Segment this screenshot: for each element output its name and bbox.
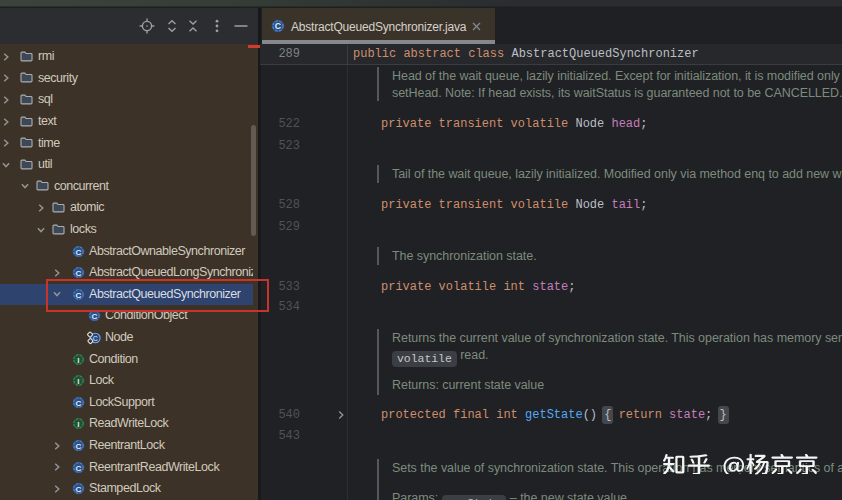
svg-text:C: C	[76, 442, 82, 451]
svg-text:C: C	[76, 269, 82, 278]
svg-text:C: C	[76, 398, 82, 407]
svg-text:I: I	[77, 377, 79, 386]
svg-text:C: C	[76, 485, 82, 494]
svg-text:I: I	[77, 355, 79, 364]
svg-text:C: C	[76, 247, 82, 256]
svg-text:I: I	[77, 420, 79, 429]
svg-text:C: C	[93, 335, 98, 342]
svg-text:C: C	[76, 463, 82, 472]
svg-text:C: C	[92, 312, 98, 321]
svg-text:C: C	[275, 21, 282, 31]
